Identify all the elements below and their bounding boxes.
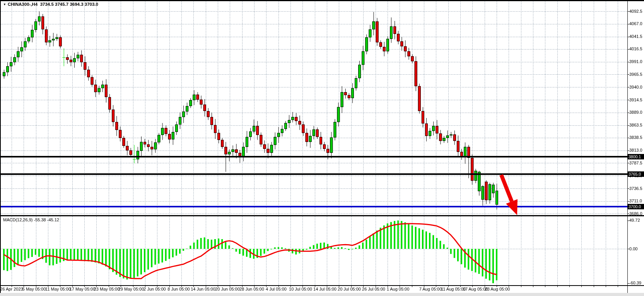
time-axis-label: 23 Aug 05:00 (480, 287, 515, 291)
price-tick-label: 3686.0 (629, 211, 642, 216)
symbol-dropdown-icon[interactable]: ▼ (3, 3, 6, 6)
down-arrow-annotation[interactable] (0, 0, 644, 296)
price-tick-label: 3889.0 (629, 110, 642, 115)
price-tick-label: 3914.5 (629, 98, 642, 103)
price-line-label: 3800.1 (627, 154, 644, 159)
price-tick-label: 3736.5 (629, 186, 642, 191)
mt4-chart-window: ▼CHINA300-,H4 3734.5 3745.7 3694.3 3703.… (0, 0, 644, 296)
price-tick-label: 3711.0 (629, 198, 642, 204)
ohlc-readout: 3734.5 3745.7 3694.3 3703.0 (40, 2, 98, 7)
time-axis-label: 1 Aug 05:00 (381, 287, 415, 291)
price-tick-label: 3991.0 (629, 59, 642, 64)
macd-tick-label: -60.39 (629, 281, 641, 286)
price-tick-label: 3838.5 (629, 135, 642, 140)
price-tick-label: 4016.5 (629, 46, 642, 51)
price-line-label: 3700.0 (627, 204, 644, 209)
macd-tick-label: 49.72 (629, 218, 640, 223)
macd-tick-label: 0.00 (629, 246, 637, 252)
price-tick-label: 3863.5 (629, 123, 642, 128)
price-tick-label: 3965.5 (629, 72, 642, 77)
price-tick-label: 4067.0 (629, 21, 642, 26)
price-line-label: 3765.0 (627, 171, 644, 177)
price-tick-label: 4041.5 (629, 34, 642, 39)
price-tick-label: 3787.5 (629, 161, 642, 166)
symbol-title: ▼CHINA300-,H4 3734.5 3745.7 3694.3 3703.… (3, 2, 98, 7)
price-tick-label: 4092.5 (629, 9, 642, 14)
macd-indicator-label: MACD(12,26,9) -55.38 -45.12 (3, 217, 59, 222)
price-tick-label: 3940.0 (629, 85, 642, 90)
price-tick-label: 3813.0 (629, 148, 642, 153)
symbol-period-label: CHINA300-,H4 (8, 2, 38, 7)
